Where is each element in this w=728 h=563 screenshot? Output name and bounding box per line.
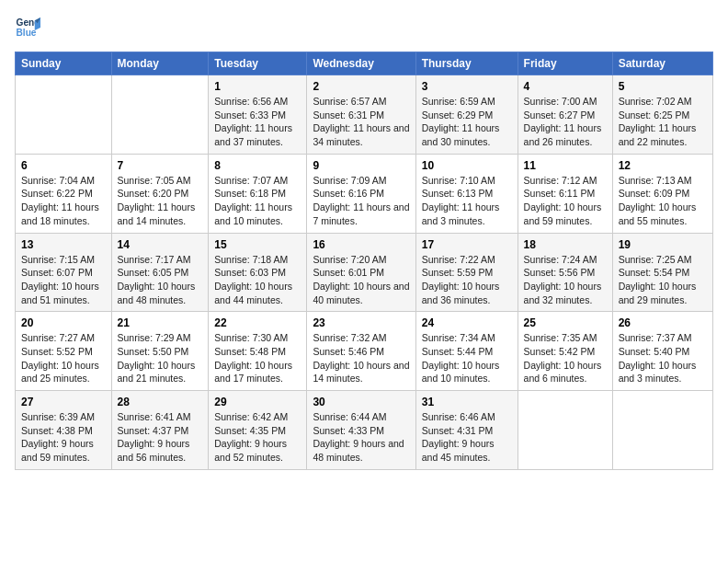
week-row-1: 1Sunrise: 6:56 AMSunset: 6:33 PMDaylight…: [16, 75, 713, 155]
cell-info: Sunrise: 7:29 AMSunset: 5:50 PMDaylight:…: [118, 331, 203, 385]
calendar-cell: 7Sunrise: 7:05 AMSunset: 6:20 PMDaylight…: [111, 154, 209, 233]
page-header: General Blue: [15, 15, 713, 40]
calendar-cell: 27Sunrise: 6:39 AMSunset: 4:38 PMDayligh…: [16, 391, 112, 470]
calendar-cell: 31Sunrise: 6:46 AMSunset: 4:31 PMDayligh…: [415, 391, 518, 470]
calendar-cell: 14Sunrise: 7:17 AMSunset: 6:05 PMDayligh…: [111, 233, 209, 312]
calendar-cell: 4Sunrise: 7:00 AMSunset: 6:27 PMDaylight…: [518, 75, 612, 155]
cell-info: Sunrise: 7:35 AMSunset: 5:42 PMDaylight:…: [524, 331, 607, 385]
cell-day-number: 10: [422, 159, 512, 172]
calendar-cell: 28Sunrise: 6:41 AMSunset: 4:37 PMDayligh…: [111, 391, 209, 470]
calendar-cell: [111, 75, 209, 155]
cell-info: Sunrise: 6:44 AMSunset: 4:33 PMDaylight:…: [313, 410, 409, 465]
cell-info: Sunrise: 6:56 AMSunset: 6:33 PMDaylight:…: [214, 95, 301, 149]
calendar-cell: 15Sunrise: 7:18 AMSunset: 6:03 PMDayligh…: [209, 233, 307, 312]
cell-info: Sunrise: 7:10 AMSunset: 6:13 PMDaylight:…: [422, 174, 512, 228]
cell-day-number: 9: [313, 159, 409, 172]
cell-info: Sunrise: 7:32 AMSunset: 5:46 PMDaylight:…: [313, 331, 409, 385]
calendar-cell: 29Sunrise: 6:42 AMSunset: 4:35 PMDayligh…: [209, 391, 307, 470]
svg-text:Blue: Blue: [17, 28, 37, 38]
calendar-cell: 24Sunrise: 7:34 AMSunset: 5:44 PMDayligh…: [415, 312, 518, 391]
cell-day-number: 23: [313, 316, 409, 329]
column-header-tuesday: Tuesday: [209, 52, 307, 75]
cell-day-number: 27: [21, 396, 106, 408]
calendar-cell: 17Sunrise: 7:22 AMSunset: 5:59 PMDayligh…: [415, 233, 518, 312]
week-row-3: 13Sunrise: 7:15 AMSunset: 6:07 PMDayligh…: [16, 233, 713, 312]
cell-info: Sunrise: 7:25 AMSunset: 5:54 PMDaylight:…: [619, 253, 707, 307]
calendar-cell: 1Sunrise: 6:56 AMSunset: 6:33 PMDaylight…: [209, 75, 307, 155]
cell-day-number: 4: [524, 80, 607, 93]
cell-info: Sunrise: 7:12 AMSunset: 6:11 PMDaylight:…: [524, 174, 607, 228]
cell-info: Sunrise: 7:05 AMSunset: 6:20 PMDaylight:…: [118, 174, 203, 228]
cell-info: Sunrise: 7:00 AMSunset: 6:27 PMDaylight:…: [524, 95, 607, 149]
cell-info: Sunrise: 7:13 AMSunset: 6:09 PMDaylight:…: [619, 174, 707, 228]
calendar-cell: 16Sunrise: 7:20 AMSunset: 6:01 PMDayligh…: [307, 233, 415, 312]
calendar-cell: 10Sunrise: 7:10 AMSunset: 6:13 PMDayligh…: [415, 154, 518, 233]
cell-info: Sunrise: 6:57 AMSunset: 6:31 PMDaylight:…: [313, 95, 409, 149]
cell-day-number: 5: [619, 80, 707, 93]
calendar-cell: 25Sunrise: 7:35 AMSunset: 5:42 PMDayligh…: [518, 312, 612, 391]
cell-day-number: 15: [214, 238, 301, 251]
cell-info: Sunrise: 7:07 AMSunset: 6:18 PMDaylight:…: [214, 174, 301, 228]
cell-day-number: 18: [524, 238, 607, 251]
cell-info: Sunrise: 7:18 AMSunset: 6:03 PMDaylight:…: [214, 253, 301, 307]
calendar-cell: 3Sunrise: 6:59 AMSunset: 6:29 PMDaylight…: [415, 75, 518, 155]
column-header-thursday: Thursday: [415, 52, 518, 75]
logo-icon: General Blue: [15, 15, 40, 40]
calendar-cell: [16, 75, 112, 155]
cell-info: Sunrise: 6:39 AMSunset: 4:38 PMDaylight:…: [21, 410, 106, 465]
column-header-sunday: Sunday: [16, 52, 112, 75]
calendar-cell: 23Sunrise: 7:32 AMSunset: 5:46 PMDayligh…: [307, 312, 415, 391]
cell-day-number: 26: [619, 316, 707, 329]
cell-info: Sunrise: 7:15 AMSunset: 6:07 PMDaylight:…: [21, 253, 106, 307]
cell-info: Sunrise: 7:17 AMSunset: 6:05 PMDaylight:…: [118, 253, 203, 307]
cell-info: Sunrise: 7:02 AMSunset: 6:25 PMDaylight:…: [619, 95, 707, 149]
cell-day-number: 25: [524, 316, 607, 329]
column-header-monday: Monday: [111, 52, 209, 75]
cell-day-number: 16: [313, 238, 409, 251]
column-header-saturday: Saturday: [612, 52, 712, 75]
calendar-cell: 19Sunrise: 7:25 AMSunset: 5:54 PMDayligh…: [612, 233, 712, 312]
cell-info: Sunrise: 7:20 AMSunset: 6:01 PMDaylight:…: [313, 253, 409, 307]
calendar-cell: 26Sunrise: 7:37 AMSunset: 5:40 PMDayligh…: [612, 312, 712, 391]
cell-day-number: 6: [21, 159, 106, 172]
cell-info: Sunrise: 7:24 AMSunset: 5:56 PMDaylight:…: [524, 253, 607, 307]
cell-day-number: 29: [214, 396, 301, 408]
cell-info: Sunrise: 7:34 AMSunset: 5:44 PMDaylight:…: [422, 331, 512, 385]
cell-day-number: 20: [21, 316, 106, 329]
cell-info: Sunrise: 7:37 AMSunset: 5:40 PMDaylight:…: [619, 331, 707, 385]
calendar-cell: 6Sunrise: 7:04 AMSunset: 6:22 PMDaylight…: [16, 154, 112, 233]
cell-info: Sunrise: 7:22 AMSunset: 5:59 PMDaylight:…: [422, 253, 512, 307]
cell-day-number: 8: [214, 159, 301, 172]
column-header-wednesday: Wednesday: [307, 52, 415, 75]
cell-day-number: 11: [524, 159, 607, 172]
calendar-cell: [518, 391, 612, 470]
cell-day-number: 3: [422, 80, 512, 93]
week-row-5: 27Sunrise: 6:39 AMSunset: 4:38 PMDayligh…: [16, 391, 713, 470]
calendar-table: SundayMondayTuesdayWednesdayThursdayFrid…: [15, 52, 713, 470]
calendar-cell: 11Sunrise: 7:12 AMSunset: 6:11 PMDayligh…: [518, 154, 612, 233]
cell-day-number: 12: [619, 159, 707, 172]
cell-day-number: 31: [422, 396, 512, 408]
calendar-cell: 8Sunrise: 7:07 AMSunset: 6:18 PMDaylight…: [209, 154, 307, 233]
cell-day-number: 14: [118, 238, 203, 251]
week-row-4: 20Sunrise: 7:27 AMSunset: 5:52 PMDayligh…: [16, 312, 713, 391]
calendar-cell: 13Sunrise: 7:15 AMSunset: 6:07 PMDayligh…: [16, 233, 112, 312]
cell-day-number: 2: [313, 80, 409, 93]
week-row-2: 6Sunrise: 7:04 AMSunset: 6:22 PMDaylight…: [16, 154, 713, 233]
calendar-cell: 20Sunrise: 7:27 AMSunset: 5:52 PMDayligh…: [16, 312, 112, 391]
cell-day-number: 21: [118, 316, 203, 329]
cell-info: Sunrise: 6:59 AMSunset: 6:29 PMDaylight:…: [422, 95, 512, 149]
calendar-cell: 21Sunrise: 7:29 AMSunset: 5:50 PMDayligh…: [111, 312, 209, 391]
column-header-friday: Friday: [518, 52, 612, 75]
cell-info: Sunrise: 7:27 AMSunset: 5:52 PMDaylight:…: [21, 331, 106, 385]
cell-day-number: 7: [118, 159, 203, 172]
cell-info: Sunrise: 7:04 AMSunset: 6:22 PMDaylight:…: [21, 174, 106, 228]
calendar-cell: 12Sunrise: 7:13 AMSunset: 6:09 PMDayligh…: [612, 154, 712, 233]
logo: General Blue: [15, 15, 40, 40]
cell-day-number: 19: [619, 238, 707, 251]
calendar-cell: 2Sunrise: 6:57 AMSunset: 6:31 PMDaylight…: [307, 75, 415, 155]
header-row: SundayMondayTuesdayWednesdayThursdayFrid…: [16, 52, 713, 75]
cell-info: Sunrise: 7:30 AMSunset: 5:48 PMDaylight:…: [214, 331, 301, 385]
cell-day-number: 1: [214, 80, 301, 93]
cell-day-number: 28: [118, 396, 203, 408]
